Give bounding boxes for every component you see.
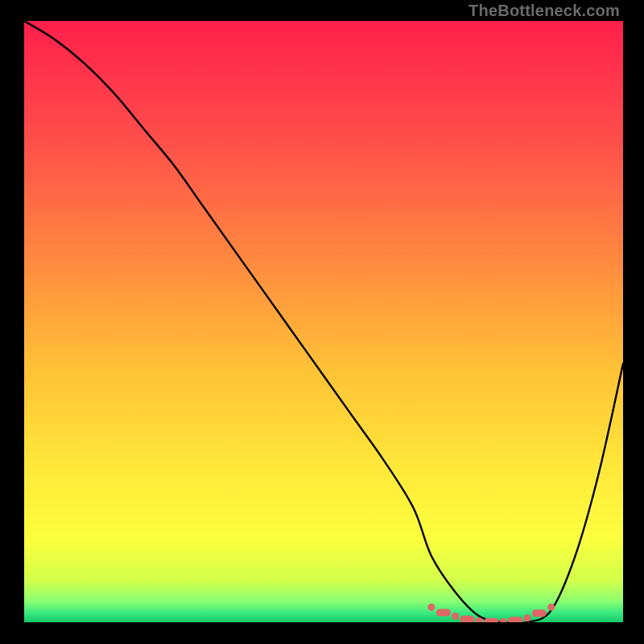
watermark-text: TheBottleneck.com — [469, 2, 620, 20]
minimum-marker-dot — [452, 613, 459, 620]
minimum-marker-dot — [532, 609, 547, 617]
minimum-marker-dot — [436, 609, 451, 617]
bottleneck-chart — [24, 21, 623, 622]
minimum-marker-dot — [427, 604, 435, 611]
gradient-background — [24, 21, 623, 622]
minimum-marker-dot — [460, 616, 475, 622]
minimum-marker-dot — [508, 617, 522, 622]
minimum-marker-dot — [523, 614, 530, 621]
minimum-marker-dot — [547, 604, 555, 611]
minimum-marker-dot — [484, 618, 498, 622]
chart-frame: TheBottleneck.com — [0, 0, 644, 644]
